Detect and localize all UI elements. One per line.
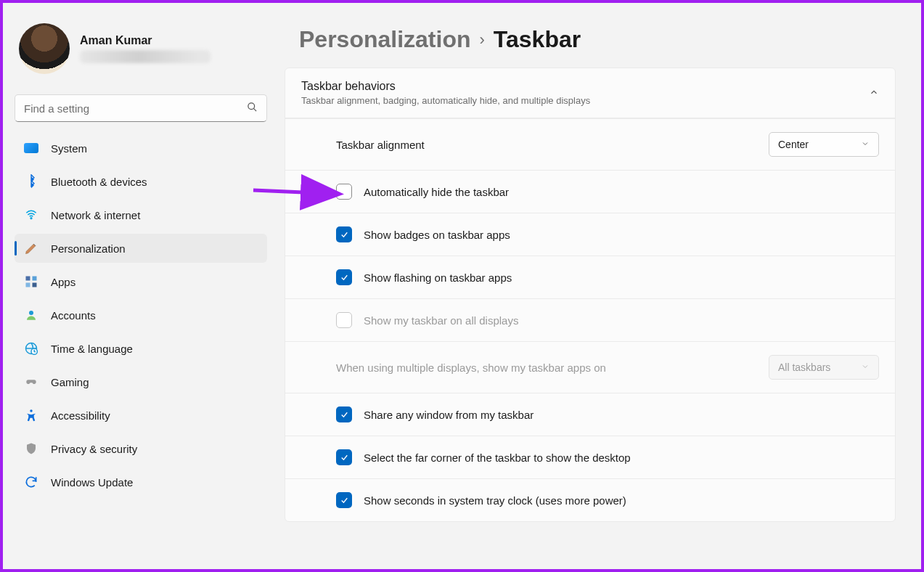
search-input[interactable]: [24, 102, 247, 115]
setting-label: Show my taskbar on all displays: [364, 314, 518, 327]
svg-point-10: [30, 409, 32, 412]
system-icon: [23, 140, 39, 156]
breadcrumb-parent[interactable]: Personalization: [299, 26, 471, 53]
sidebar-item-label: System: [51, 142, 87, 155]
user-name: Aman Kumar: [80, 34, 210, 47]
setting-label: Show seconds in system tray clock (uses …: [364, 494, 626, 507]
chevron-down-icon: [861, 362, 870, 373]
checkbox[interactable]: [336, 406, 352, 422]
accessibility-icon: [23, 407, 39, 423]
section-title: Taskbar behaviors: [301, 80, 590, 93]
sidebar-item-label: Accounts: [51, 309, 96, 322]
sidebar-item-label: Windows Update: [51, 476, 133, 489]
globe-clock-icon: [23, 340, 39, 356]
user-email-redacted: [80, 50, 210, 63]
checkbox[interactable]: [336, 226, 352, 242]
sidebar-item-label: Time & language: [51, 343, 133, 355]
setting-label: Automatically hide the taskbar: [364, 186, 509, 198]
sidebar-item-label: Accessibility: [51, 409, 110, 422]
user-account-block[interactable]: Aman Kumar: [15, 16, 267, 87]
svg-point-7: [29, 311, 33, 315]
checkbox[interactable]: [336, 492, 352, 508]
breadcrumb: Personalization › Taskbar: [299, 26, 904, 53]
setting-label: Taskbar alignment: [336, 139, 425, 151]
dropdown-value: Center: [778, 139, 809, 150]
sidebar-item-accounts[interactable]: Accounts: [15, 301, 267, 330]
avatar: [19, 23, 70, 74]
chevron-down-icon: [861, 139, 870, 150]
sidebar-item-personalization[interactable]: Personalization: [15, 234, 267, 263]
setting-far-corner-desktop[interactable]: Select the far corner of the taskbar to …: [285, 436, 895, 478]
svg-rect-6: [33, 283, 37, 287]
svg-point-0: [248, 103, 255, 110]
setting-share-any-window[interactable]: Share any window from my taskbar: [285, 393, 895, 436]
svg-point-2: [30, 218, 32, 219]
setting-show-seconds[interactable]: Show seconds in system tray clock (uses …: [285, 478, 895, 521]
setting-show-all-displays: Show my taskbar on all displays: [285, 298, 895, 341]
setting-auto-hide[interactable]: Automatically hide the taskbar: [285, 170, 895, 213]
sidebar-item-gaming[interactable]: Gaming: [15, 367, 267, 396]
sidebar-item-bluetooth[interactable]: Bluetooth & devices: [15, 167, 267, 196]
section-subtitle: Taskbar alignment, badging, automaticall…: [301, 95, 590, 106]
sidebar-item-accessibility[interactable]: Accessibility: [15, 401, 267, 430]
sidebar-item-label: Apps: [51, 276, 75, 288]
setting-label: Show flashing on taskbar apps: [364, 271, 512, 284]
chevron-up-icon: [869, 87, 879, 99]
checkbox[interactable]: [336, 269, 352, 285]
update-icon: [23, 474, 39, 490]
sidebar-item-privacy-security[interactable]: Privacy & security: [15, 434, 267, 463]
person-icon: [23, 307, 39, 323]
chevron-right-icon: ›: [480, 30, 485, 49]
sidebar-item-time-language[interactable]: Time & language: [15, 334, 267, 363]
svg-line-1: [253, 108, 256, 111]
sidebar-item-windows-update[interactable]: Windows Update: [15, 467, 267, 497]
sidebar-item-label: Privacy & security: [51, 443, 137, 455]
setting-label: Select the far corner of the taskbar to …: [364, 452, 631, 464]
sidebar-item-label: Network & internet: [51, 209, 140, 221]
svg-rect-3: [26, 277, 30, 281]
checkbox[interactable]: [336, 184, 352, 200]
svg-rect-5: [26, 283, 30, 287]
setting-show-badges[interactable]: Show badges on taskbar apps: [285, 213, 895, 256]
dropdown-value: All taskbars: [778, 361, 830, 373]
sidebar-item-label: Gaming: [51, 376, 89, 388]
sidebar-item-network[interactable]: Network & internet: [15, 200, 267, 229]
svg-rect-4: [33, 277, 37, 281]
checkbox: [336, 312, 352, 328]
alignment-dropdown[interactable]: Center: [769, 132, 879, 157]
search-box[interactable]: [15, 94, 267, 122]
setting-show-flashing[interactable]: Show flashing on taskbar apps: [285, 256, 895, 298]
sidebar-item-label: Bluetooth & devices: [51, 176, 147, 188]
breadcrumb-current: Taskbar: [494, 26, 581, 53]
checkbox[interactable]: [336, 449, 352, 465]
sidebar-item-apps[interactable]: Apps: [15, 267, 267, 296]
search-icon: [247, 102, 258, 115]
setting-multi-display-apps: When using multiple displays, show my ta…: [285, 341, 895, 393]
setting-label: Show badges on taskbar apps: [364, 229, 510, 241]
taskbar-behaviors-header[interactable]: Taskbar behaviors Taskbar alignment, bad…: [285, 68, 895, 118]
gamepad-icon: [23, 374, 39, 390]
sidebar-item-system[interactable]: System: [15, 134, 267, 163]
setting-label: When using multiple displays, show my ta…: [336, 361, 606, 374]
wifi-icon: [23, 207, 39, 223]
apps-icon: [23, 274, 39, 290]
paintbrush-icon: [23, 240, 39, 256]
setting-label: Share any window from my taskbar: [364, 409, 533, 421]
shield-icon: [23, 441, 39, 457]
taskbar-behaviors-card: Taskbar behaviors Taskbar alignment, bad…: [285, 68, 896, 522]
setting-taskbar-alignment: Taskbar alignment Center: [285, 118, 895, 170]
multi-display-dropdown: All taskbars: [769, 355, 879, 380]
sidebar-item-label: Personalization: [51, 242, 126, 255]
bluetooth-icon: [23, 173, 39, 189]
